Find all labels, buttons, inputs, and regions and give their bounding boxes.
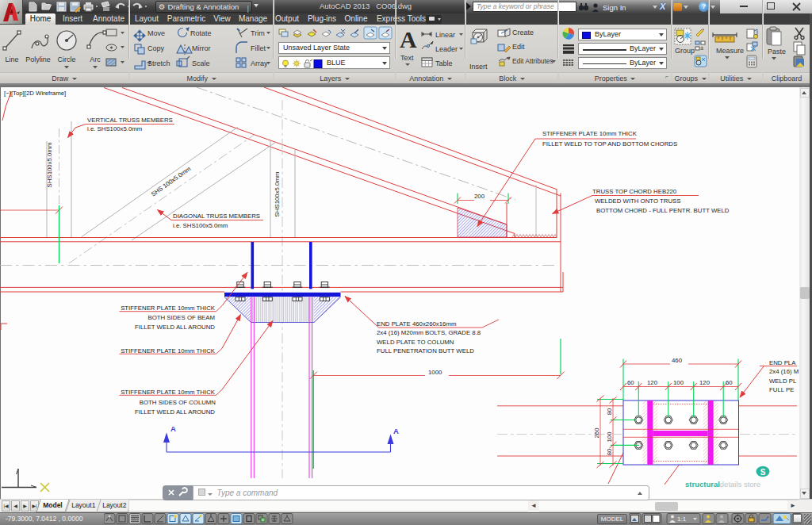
svg-text:DIAGONAL TRUSS MEMBERS: DIAGONAL TRUSS MEMBERS [173, 213, 260, 220]
svg-text:Create: Create [512, 29, 534, 36]
svg-text:i.e. SHS100x5.0mm: i.e. SHS100x5.0mm [173, 222, 228, 229]
svg-text:Stretch: Stretch [147, 59, 170, 67]
svg-text:SHS100x5.0mm: SHS100x5.0mm [274, 172, 281, 217]
svg-text:BOTH SIDES OF COLUMN: BOTH SIDES OF COLUMN [140, 399, 216, 406]
svg-text:FILLET WELD ALL AROUND: FILLET WELD ALL AROUND [135, 324, 215, 331]
svg-text:BOTTOM CHORD - FULL PENTR. BUT: BOTTOM CHORD - FULL PENTR. BUTT WELD [596, 207, 730, 214]
svg-text:FULL PE: FULL PE [769, 386, 794, 393]
svg-text:Rotate: Rotate [190, 29, 212, 37]
svg-text:120: 120 [699, 379, 710, 386]
svg-text:2x4 (16) M: 2x4 (16) M [769, 368, 799, 375]
svg-text:structuraldetails store: structuraldetails store [685, 480, 760, 489]
svg-text:200: 200 [474, 193, 485, 200]
svg-text:±: ± [700, 44, 704, 52]
svg-text:Insert: Insert [469, 63, 488, 71]
svg-text:STIFFENER PLATE 10mm THICK: STIFFENER PLATE 10mm THICK [121, 305, 216, 312]
svg-text:WELD PLATE TO COLUMN: WELD PLATE TO COLUMN [377, 339, 454, 346]
svg-text:Copy: Copy [147, 44, 165, 52]
svg-text:80: 80 [606, 408, 613, 415]
svg-text:Polyline: Polyline [25, 56, 51, 63]
svg-text:Measure: Measure [716, 47, 744, 55]
svg-text:SHS100x5.0mm: SHS100x5.0mm [46, 143, 53, 188]
svg-text:60: 60 [726, 379, 733, 386]
svg-text:1000: 1000 [428, 369, 442, 376]
svg-text:STIFFENER PLATE 10mm THICK: STIFFENER PLATE 10mm THICK [121, 389, 216, 396]
svg-text:FILLET WELD ALL AROUND: FILLET WELD ALL AROUND [135, 408, 215, 416]
svg-text:80: 80 [606, 448, 613, 455]
svg-text:100: 100 [673, 379, 684, 386]
svg-text:S: S [760, 468, 766, 477]
svg-text:Array: Array [251, 59, 268, 67]
svg-text:Group: Group [675, 47, 695, 55]
svg-text:Paste: Paste [768, 48, 786, 56]
svg-text:END PLA: END PLA [769, 359, 796, 366]
svg-text:FULL PENETRATION BUTT WELD: FULL PENETRATION BUTT WELD [377, 347, 474, 354]
svg-text:END PLATE 460x260x16mm: END PLATE 460x260x16mm [377, 320, 456, 328]
svg-text:VERTICAL TRUSS MEMBERS: VERTICAL TRUSS MEMBERS [87, 117, 173, 124]
svg-text:Line: Line [5, 56, 18, 63]
svg-text:Leader: Leader [435, 45, 458, 53]
svg-text:Sign In: Sign In [603, 3, 626, 12]
svg-text:Edit Attributes: Edit Attributes [512, 57, 553, 65]
svg-text:BOTH SIDES OF BEAM: BOTH SIDES OF BEAM [148, 314, 215, 321]
svg-text:260: 260 [593, 427, 600, 439]
svg-text:STIFFENER PLATE 10mm THICK: STIFFENER PLATE 10mm THICK [121, 347, 216, 354]
svg-text:FILLET WELD TO TOP AND BOTTOM: FILLET WELD TO TOP AND BOTTOM CHORDS [542, 140, 677, 148]
svg-text:A: A [170, 424, 176, 433]
svg-text:460: 460 [672, 357, 683, 364]
svg-text:Circle: Circle [57, 56, 75, 63]
svg-text:1:1: 1:1 [677, 515, 687, 523]
svg-text:Mirror: Mirror [192, 44, 211, 52]
svg-text:WELD PL: WELD PL [769, 377, 797, 385]
svg-text:2x4 (16) M20mm BOLTS, GRADE 8.: 2x4 (16) M20mm BOLTS, GRADE 8.8 [377, 329, 481, 336]
svg-text:Trim: Trim [251, 29, 265, 37]
svg-text:120: 120 [647, 379, 658, 386]
svg-text:Arc: Arc [90, 56, 101, 63]
svg-text:STIFFENER PLATE 10mm THICK: STIFFENER PLATE 10mm THICK [542, 130, 638, 137]
svg-text:TRUSS TOP CHORD HEB220: TRUSS TOP CHORD HEB220 [592, 188, 677, 195]
svg-text:Move: Move [147, 29, 165, 37]
svg-text:WELDED WITH ONTO TRUSS: WELDED WITH ONTO TRUSS [595, 197, 680, 205]
svg-text:Linear: Linear [435, 31, 455, 39]
svg-text:[−][Top][2D Wireframe]: [−][Top][2D Wireframe] [4, 90, 66, 97]
svg-text:A: A [393, 427, 399, 435]
svg-text:100: 100 [606, 431, 613, 443]
svg-text:Table: Table [435, 59, 453, 67]
svg-text:Scale: Scale [192, 59, 210, 67]
svg-text:60: 60 [627, 379, 634, 386]
svg-text:SHS 100x5.0mm: SHS 100x5.0mm [150, 165, 192, 197]
svg-text:Fillet: Fillet [251, 44, 266, 52]
svg-text:i.e. SHS100x5.0mm: i.e. SHS100x5.0mm [87, 125, 142, 132]
svg-text:Edit: Edit [512, 43, 525, 51]
